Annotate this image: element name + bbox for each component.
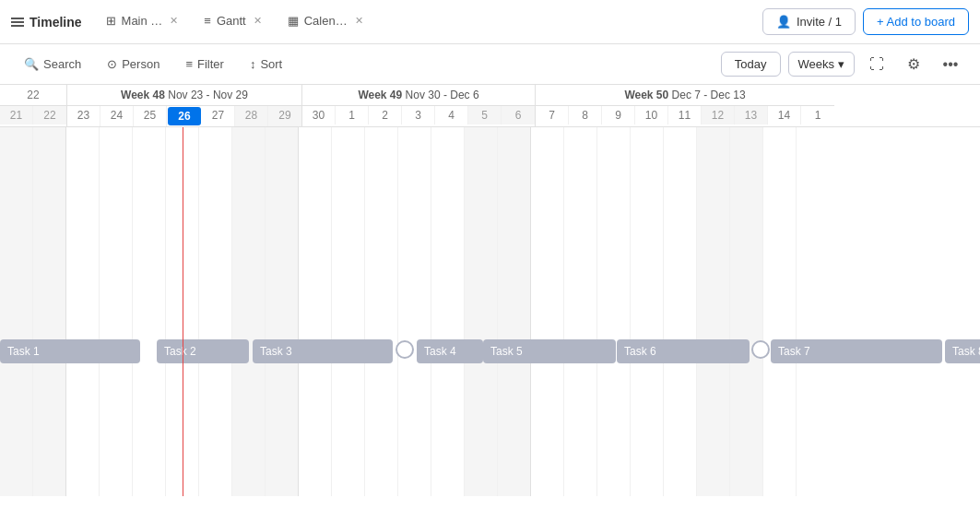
person-filter-icon: ⊙ xyxy=(107,57,117,71)
gantt-icon: ≡ xyxy=(204,14,211,28)
col-22 xyxy=(33,127,66,496)
sort-icon: ↕ xyxy=(250,57,256,71)
col-23 xyxy=(66,127,100,496)
settings-button[interactable]: ⚙ xyxy=(899,50,928,79)
col-11 xyxy=(664,127,697,496)
tab-gantt[interactable]: ≡ Gantt ✕ xyxy=(191,0,274,44)
task-bar-6[interactable]: Task 6 xyxy=(617,339,750,363)
day-26-today: 26 xyxy=(168,107,201,125)
day-22: 22 xyxy=(33,106,66,125)
col-28 xyxy=(232,127,266,496)
today-label: Today xyxy=(735,57,767,71)
col-30 xyxy=(299,127,332,496)
tab-main-close[interactable]: ✕ xyxy=(170,15,178,27)
person-filter-button[interactable]: ⊙ Person xyxy=(98,53,169,75)
week49-group: Week 49 Nov 30 - Dec 6 30 1 2 3 4 5 6 xyxy=(302,85,536,126)
toolbar-right: Today Weeks ▾ ⛶ ⚙ ••• xyxy=(721,50,965,79)
sort-label: Sort xyxy=(260,57,282,71)
day-3: 3 xyxy=(402,106,435,125)
task-bar-3[interactable]: Task 3 xyxy=(253,339,393,363)
day-10: 10 xyxy=(635,106,668,125)
col-10 xyxy=(631,127,664,496)
task-6-label: Task 6 xyxy=(624,345,656,358)
milestone-1[interactable] xyxy=(396,340,414,359)
task-bar-5[interactable]: Task 5 xyxy=(483,339,616,363)
day-24: 24 xyxy=(100,106,134,126)
tab-calendar[interactable]: ▦ Calen… ✕ xyxy=(275,0,376,44)
tab-calendar-label: Calen… xyxy=(304,14,348,28)
task-3-label: Task 3 xyxy=(260,345,292,358)
more-button[interactable]: ••• xyxy=(936,50,965,79)
add-board-label: + Add to board xyxy=(877,15,955,29)
task-7-label: Task 7 xyxy=(778,345,810,358)
task-1-label: Task 1 xyxy=(7,345,40,358)
pre-week-days: 21 22 xyxy=(0,106,66,125)
week48-days: 23 24 25 26 27 28 29 xyxy=(67,106,301,126)
weeks-label: Weeks xyxy=(798,57,835,71)
task-8-label: Task 8 xyxy=(952,345,980,358)
col-2 xyxy=(365,127,398,496)
sort-button[interactable]: ↕ Sort xyxy=(241,53,291,75)
filter-icon: ≡ xyxy=(185,57,193,71)
day-13: 13 xyxy=(735,106,768,125)
today-button[interactable]: Today xyxy=(721,52,781,77)
col-7 xyxy=(531,127,564,496)
chevron-down-icon: ▾ xyxy=(838,57,844,71)
col-1b xyxy=(797,127,830,496)
gear-icon: ⚙ xyxy=(907,55,920,73)
day-30: 30 xyxy=(302,106,336,125)
week49-days: 30 1 2 3 4 5 6 xyxy=(302,106,535,125)
milestone-2[interactable] xyxy=(751,340,770,359)
col-14 xyxy=(763,127,797,496)
invite-button[interactable]: 👤 Invite / 1 xyxy=(762,8,856,35)
app-container: Timeline ⊞ Main … ✕ ≡ Gantt ✕ ▦ Calen… ✕… xyxy=(0,0,980,510)
day-8: 8 xyxy=(569,106,602,125)
day-9: 9 xyxy=(602,106,635,125)
main-table-icon: ⊞ xyxy=(106,14,116,28)
task-bar-7[interactable]: Task 7 xyxy=(771,339,942,363)
pre-week-group: 22 21 22 xyxy=(0,85,67,126)
weeks-selector[interactable]: Weeks ▾ xyxy=(788,52,856,77)
col-26 xyxy=(166,127,199,496)
day-21: 21 xyxy=(0,106,33,125)
fullscreen-button[interactable]: ⛶ xyxy=(862,50,891,79)
day-1: 1 xyxy=(336,106,369,125)
nav-actions: 👤 Invite / 1 + Add to board xyxy=(762,8,969,35)
calendar-header: 22 21 22 Week 48 Nov 23 - Nov 29 23 xyxy=(0,85,980,127)
task-4-label: Task 4 xyxy=(424,345,456,358)
task-bar-4[interactable]: Task 4 xyxy=(417,339,483,363)
search-icon: 🔍 xyxy=(24,57,39,71)
col-21 xyxy=(0,127,33,496)
day-4: 4 xyxy=(435,106,468,125)
col-25 xyxy=(133,127,166,496)
week49-label: Week 49 Nov 30 - Dec 6 xyxy=(302,85,535,106)
col-1a xyxy=(332,127,365,496)
task-bar-8[interactable]: Task 8 xyxy=(945,339,980,363)
day-7: 7 xyxy=(536,106,569,125)
filter-button[interactable]: ≡ Filter xyxy=(176,53,232,75)
week48-label: Week 48 Nov 23 - Nov 29 xyxy=(67,85,301,106)
week50-days: 7 8 9 10 11 12 13 14 1 xyxy=(536,106,834,125)
calendar-container: 22 21 22 Week 48 Nov 23 - Nov 29 23 xyxy=(0,85,980,510)
tab-calendar-close[interactable]: ✕ xyxy=(355,15,363,27)
col-9 xyxy=(597,127,631,496)
add-to-board-button[interactable]: + Add to board xyxy=(863,8,969,35)
body-columns xyxy=(0,127,980,496)
filter-label: Filter xyxy=(197,57,224,71)
hamburger-icon xyxy=(11,18,24,27)
day-2: 2 xyxy=(369,106,402,125)
tab-gantt-close[interactable]: ✕ xyxy=(254,15,262,27)
col-8 xyxy=(564,127,597,496)
task-2-label: Task 2 xyxy=(164,345,196,358)
body-grid: Task 1 Task 2 Task 3 xyxy=(0,127,980,496)
search-button[interactable]: 🔍 Search xyxy=(15,53,90,75)
day-25: 25 xyxy=(134,106,167,126)
col-12 xyxy=(697,127,730,496)
day-11: 11 xyxy=(668,106,702,125)
task-bar-2[interactable]: Task 2 xyxy=(157,339,249,363)
tab-main[interactable]: ⊞ Main … ✕ xyxy=(93,0,192,44)
day-27: 27 xyxy=(202,106,235,126)
app-logo[interactable]: Timeline xyxy=(11,15,93,30)
task-bar-1[interactable]: Task 1 xyxy=(0,339,140,363)
day-14: 14 xyxy=(768,106,801,125)
